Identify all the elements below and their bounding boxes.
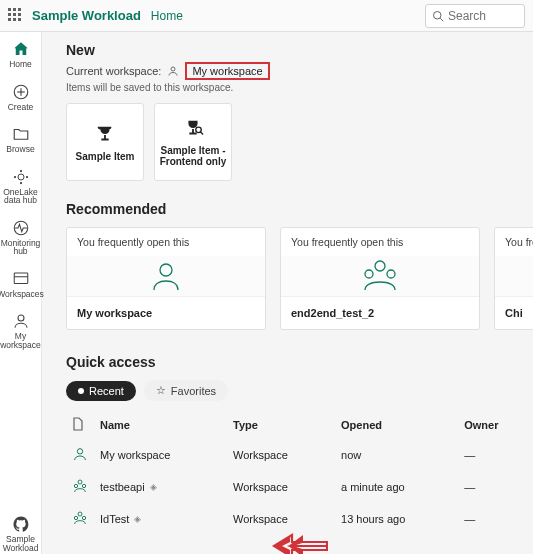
person-icon xyxy=(12,312,30,330)
person-small-icon xyxy=(167,65,179,77)
new-section-title: New xyxy=(66,42,533,58)
search-icon xyxy=(432,10,444,22)
trophy-search-icon xyxy=(182,117,204,139)
recommended-row: You frequently open this My workspace Yo… xyxy=(66,227,533,330)
tab-favorites[interactable]: ☆Favorites xyxy=(144,380,228,401)
svg-point-14 xyxy=(171,67,175,71)
datahub-icon xyxy=(12,168,30,186)
plus-circle-icon xyxy=(12,83,30,101)
svg-point-7 xyxy=(25,175,27,177)
new-item-sample-frontend[interactable]: Sample Item - Frontend only xyxy=(154,103,232,181)
table-row[interactable]: My workspaceWorkspacenow— xyxy=(66,439,533,471)
row-name: IdTest ◈ xyxy=(100,513,141,525)
rail-monitoring[interactable]: Monitoring hub xyxy=(0,217,41,258)
app-launcher-icon[interactable] xyxy=(8,8,24,24)
row-owner: — xyxy=(458,439,533,471)
svg-point-24 xyxy=(82,484,85,487)
row-opened: a minute ago xyxy=(335,471,458,503)
rail-my-workspace[interactable]: My workspace xyxy=(0,310,41,351)
row-type: Workspace xyxy=(227,439,335,471)
svg-point-26 xyxy=(74,516,77,519)
tab-recent[interactable]: Recent xyxy=(66,381,136,401)
rail-github[interactable]: Sample Workload xyxy=(0,513,41,554)
rail-create[interactable]: Create xyxy=(0,81,41,114)
current-workspace-chip[interactable]: My workspace xyxy=(185,62,269,80)
row-opened: 13 hours ago xyxy=(335,503,458,535)
svg-point-18 xyxy=(375,261,385,271)
svg-point-6 xyxy=(13,175,15,177)
doc-icon xyxy=(72,417,84,431)
github-icon xyxy=(12,515,30,533)
row-owner: — xyxy=(458,471,533,503)
annotation-arrow-icon xyxy=(272,532,328,554)
rail-home[interactable]: Home xyxy=(0,38,41,71)
recommended-card[interactable]: You frequently open this Chi xyxy=(494,227,533,330)
svg-point-19 xyxy=(365,270,373,278)
col-icon xyxy=(66,411,94,439)
row-opened: now xyxy=(335,439,458,471)
folder-icon xyxy=(12,125,30,143)
quick-access-title: Quick access xyxy=(66,354,533,370)
search-input[interactable] xyxy=(448,9,518,23)
person-icon xyxy=(72,446,88,462)
workspace-icon xyxy=(72,510,88,526)
brand-title: Sample Workload xyxy=(32,8,141,23)
svg-point-21 xyxy=(77,449,82,454)
svg-line-16 xyxy=(200,132,203,135)
top-bar: Sample Workload Home xyxy=(0,0,533,32)
home-icon xyxy=(12,40,30,58)
svg-line-1 xyxy=(440,18,443,21)
svg-point-13 xyxy=(18,315,24,321)
svg-point-0 xyxy=(434,11,442,19)
diamond-icon: ◈ xyxy=(134,514,141,524)
table-row[interactable]: IdTest ◈Workspace13 hours ago— xyxy=(66,503,533,535)
recommended-title: Recommended xyxy=(66,201,533,217)
svg-rect-11 xyxy=(14,273,28,284)
rail-workspaces[interactable]: Workspaces xyxy=(0,268,41,301)
workspace-art-icon xyxy=(67,256,265,296)
row-name: My workspace xyxy=(100,449,170,461)
star-icon: ☆ xyxy=(156,384,166,397)
col-owner[interactable]: Owner xyxy=(458,411,533,439)
breadcrumb-home[interactable]: Home xyxy=(151,9,183,23)
workspaces-icon xyxy=(12,270,30,288)
current-workspace-line: Current workspace: My workspace xyxy=(66,62,533,80)
svg-point-9 xyxy=(19,181,21,183)
row-name: testbeapi ◈ xyxy=(100,481,157,493)
svg-point-5 xyxy=(18,174,24,180)
trophy-icon xyxy=(94,123,116,145)
svg-point-8 xyxy=(19,169,21,171)
new-item-sample[interactable]: Sample Item xyxy=(66,103,144,181)
svg-point-23 xyxy=(74,484,77,487)
table-row[interactable]: testbeapi ◈Workspacea minute ago— xyxy=(66,471,533,503)
workspace-group-art-icon xyxy=(281,256,479,296)
workspace-icon xyxy=(72,478,88,494)
left-rail: Home Create Browse OneLake data hub Moni… xyxy=(0,32,42,554)
svg-point-25 xyxy=(78,512,82,516)
diamond-icon: ◈ xyxy=(150,482,157,492)
svg-point-27 xyxy=(82,516,85,519)
row-type: Workspace xyxy=(227,471,335,503)
quick-access-table: Name Type Opened Owner My workspaceWorks… xyxy=(66,411,533,535)
col-name[interactable]: Name xyxy=(94,411,227,439)
monitor-icon xyxy=(12,219,30,237)
main-content: New Current workspace: My workspace Item… xyxy=(42,32,533,554)
search-box[interactable] xyxy=(425,4,525,28)
col-type[interactable]: Type xyxy=(227,411,335,439)
recommended-card[interactable]: You frequently open this My workspace xyxy=(66,227,266,330)
svg-point-17 xyxy=(160,264,172,276)
new-section-hint: Items will be saved to this workspace. xyxy=(66,82,533,93)
recommended-card[interactable]: You frequently open this end2end_test_2 xyxy=(280,227,480,330)
row-owner: — xyxy=(458,503,533,535)
rail-browse[interactable]: Browse xyxy=(0,123,41,156)
row-type: Workspace xyxy=(227,503,335,535)
col-opened[interactable]: Opened xyxy=(335,411,458,439)
dot-icon xyxy=(78,388,84,394)
svg-point-20 xyxy=(387,270,395,278)
svg-point-22 xyxy=(78,480,82,484)
rail-onelake-datahub[interactable]: OneLake data hub xyxy=(0,166,41,207)
